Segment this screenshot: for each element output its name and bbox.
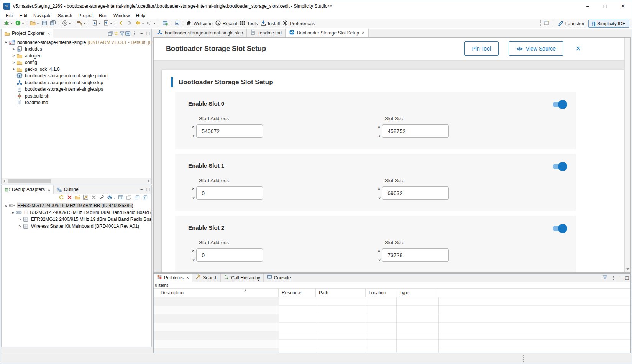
minimize-button[interactable] — [579, 0, 596, 12]
maximize-view-icon[interactable] — [625, 275, 629, 281]
slot0-slot-size-stepper[interactable] — [378, 125, 380, 137]
step-down-icon[interactable] — [192, 134, 194, 137]
tree-item-postbuild[interactable]: postbuild.sh — [2, 93, 151, 100]
chevron-down-icon[interactable] — [153, 23, 156, 24]
step-down-icon[interactable] — [378, 196, 380, 199]
tree-item-pintool[interactable]: bootloader-storage-internal-single.pinto… — [2, 73, 151, 80]
slot2-enable-toggle[interactable] — [553, 226, 565, 231]
column-description[interactable]: Description — [154, 289, 279, 297]
tree-item-includes[interactable]: h Includes — [2, 46, 151, 53]
expander-icon[interactable] — [17, 217, 23, 222]
tree-item-config[interactable]: config — [2, 59, 151, 66]
step-up-icon[interactable] — [192, 125, 194, 129]
maximize-view-icon[interactable] — [146, 30, 149, 36]
tree-item-project-root[interactable]: C bootloader-storage-internal-single [GN… — [2, 39, 151, 46]
scroll-right-icon[interactable] — [146, 180, 151, 183]
rename-button[interactable] — [82, 194, 89, 202]
tab-readme[interactable]: readme.md — [247, 29, 286, 37]
column-resource[interactable]: Resource — [279, 289, 316, 297]
close-tab-icon[interactable] — [48, 187, 51, 193]
tree-item-gecko-sdk[interactable]: gecko_sdk_4.1.0 — [2, 66, 151, 73]
chevron-down-icon[interactable] — [142, 23, 144, 24]
slot2-slot-size-stepper[interactable] — [378, 249, 380, 261]
close-editor-icon[interactable] — [576, 44, 581, 53]
tab-console[interactable]: Console — [264, 274, 294, 282]
table-view-button[interactable] — [117, 194, 125, 202]
tab-call-hierarchy[interactable]: Call Hierarchy — [221, 274, 263, 282]
slot0-enable-toggle[interactable] — [553, 102, 565, 107]
adapter-item-radio-board-brd[interactable]: EFR32MG12 2400/915 MHz 19 dBm Dual Band … — [2, 216, 151, 223]
statusbar-grip[interactable] — [523, 355, 524, 362]
slot1-enable-toggle[interactable] — [553, 164, 565, 169]
chevron-down-icon[interactable] — [69, 23, 71, 24]
save-all-button[interactable] — [49, 20, 57, 28]
collapse-all-button[interactable] — [133, 194, 141, 202]
expander-icon[interactable] — [11, 47, 16, 51]
step-down-icon[interactable] — [192, 196, 194, 199]
filter-icon[interactable] — [600, 274, 608, 281]
recent-button[interactable]: Recent — [214, 20, 238, 28]
close-tab-icon[interactable] — [362, 30, 365, 36]
run-configurations-button[interactable] — [173, 20, 181, 28]
tree-item-autogen[interactable]: autogen — [2, 52, 151, 59]
close-tab-icon[interactable] — [47, 31, 50, 36]
menu-run[interactable]: Run — [96, 13, 110, 19]
minimize-view-icon[interactable] — [619, 276, 622, 280]
delete-button[interactable] — [90, 194, 97, 202]
simplicity-ide-perspective-button[interactable]: {}Simplicity IDE — [588, 20, 629, 28]
horizontal-scrollbar[interactable] — [2, 178, 151, 184]
step-up-icon[interactable] — [378, 249, 380, 253]
minimize-view-icon[interactable] — [140, 187, 143, 192]
open-perspective-button[interactable] — [543, 20, 550, 28]
adapter-item-mainboard[interactable]: Wireless Starter Kit Mainboard (BRD4001A… — [2, 223, 151, 230]
chevron-down-icon[interactable] — [22, 23, 24, 24]
expander-icon[interactable] — [17, 224, 23, 229]
tree-item-slcp[interactable]: bootloader-storage-internal-single.slcp — [2, 79, 151, 86]
forward-button[interactable] — [146, 20, 156, 28]
disconnect-button[interactable] — [66, 194, 73, 202]
next-edit-button[interactable] — [126, 20, 133, 28]
back-button[interactable] — [134, 20, 145, 28]
tab-project-explorer[interactable]: Project Explorer — [2, 29, 53, 38]
vertical-scrollbar[interactable] — [624, 38, 630, 272]
menu-search[interactable]: Search — [54, 13, 75, 19]
chevron-down-icon[interactable] — [113, 198, 116, 199]
menu-help[interactable]: Help — [133, 13, 149, 19]
chevron-down-icon[interactable] — [98, 23, 101, 24]
slot2-start-address-input[interactable] — [196, 248, 263, 262]
slot1-start-address-input[interactable] — [196, 186, 263, 200]
menu-edit[interactable]: Edit — [16, 13, 30, 19]
install-button[interactable]: Install — [259, 20, 281, 28]
expander-icon[interactable] — [11, 60, 16, 65]
scroll-down-icon[interactable] — [626, 268, 629, 270]
slot0-slot-size-input[interactable] — [382, 124, 449, 138]
expander-icon[interactable] — [11, 54, 16, 58]
preferences-button[interactable]: Preferences — [281, 20, 315, 28]
welcome-button[interactable]: Welcome — [185, 20, 213, 28]
skip-breakpoints-button[interactable] — [61, 20, 72, 28]
column-path[interactable]: Path — [316, 289, 366, 297]
pin-editor-button[interactable] — [161, 20, 169, 28]
tab-outline[interactable]: Outline — [54, 185, 81, 194]
tab-slcp-editor[interactable]: bootloader-storage-internal-single.slcp — [153, 29, 247, 37]
tree-item-slps[interactable]: bootloader-storage-internal-single.slps — [2, 86, 151, 93]
expander-icon[interactable] — [11, 67, 16, 71]
step-up-icon[interactable] — [378, 187, 380, 191]
chevron-down-icon[interactable] — [110, 23, 112, 24]
column-type[interactable]: Type — [396, 289, 438, 297]
slot2-slot-size-input[interactable] — [382, 248, 449, 262]
import-button[interactable] — [91, 20, 102, 28]
expander-icon[interactable] — [3, 40, 9, 44]
step-down-icon[interactable] — [192, 258, 194, 261]
copy-view-button[interactable] — [125, 194, 133, 202]
slot1-slot-size-input[interactable] — [382, 186, 449, 200]
link-with-editor-icon[interactable] — [112, 31, 117, 36]
menu-window[interactable]: Window — [110, 13, 133, 19]
close-button[interactable] — [614, 0, 632, 12]
adapter-item-rb[interactable]: EFR32MG12 2400/915 MHz 19 dBm RB (ID:440… — [2, 202, 151, 209]
expand-all-button[interactable] — [141, 194, 149, 202]
debug-button[interactable] — [3, 20, 13, 28]
tab-search[interactable]: Search — [192, 274, 221, 282]
step-down-icon[interactable] — [378, 134, 380, 137]
view-menu-icon[interactable] — [611, 275, 616, 281]
